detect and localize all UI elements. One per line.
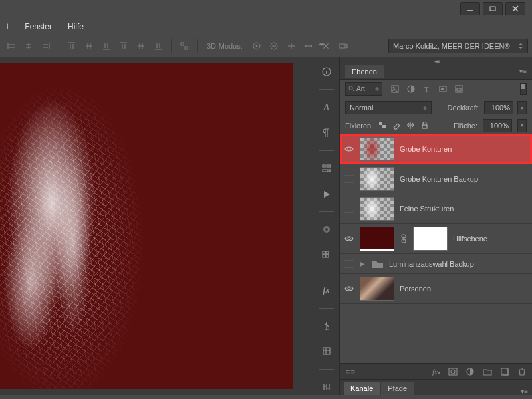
lock-all-icon[interactable] [420, 121, 429, 130]
svg-rect-28 [441, 88, 444, 90]
opacity-value[interactable]: 100% [484, 101, 513, 114]
lock-position-icon[interactable] [406, 121, 415, 130]
styles-panel-icon[interactable] [318, 343, 335, 359]
dock-collapse-handle[interactable] [307, 41, 334, 48]
panel-menu-icon[interactable]: ▾≡ [521, 388, 528, 395]
filter-pixel-icon[interactable] [390, 84, 400, 94]
layer-row-1[interactable]: Grobe Konturen [340, 134, 532, 164]
separator [319, 308, 334, 309]
sliders-panel-icon[interactable] [318, 160, 335, 176]
filter-smartobject-icon[interactable] [454, 84, 464, 94]
tab-kanaele[interactable]: Kanäle [344, 382, 380, 395]
layer-thumbnail[interactable] [360, 197, 394, 221]
distribute-right-icon[interactable] [151, 39, 166, 53]
layer-row-6[interactable]: Personen [340, 274, 532, 304]
adjustment-layer-icon[interactable] [466, 367, 475, 376]
link-icon[interactable] [400, 234, 408, 243]
visibility-icon[interactable] [344, 233, 354, 244]
visibility-off-box[interactable] [344, 175, 354, 183]
distribute-bottom-icon[interactable] [99, 39, 114, 53]
visibility-icon[interactable] [344, 144, 354, 154]
layer-name[interactable]: Hilfsebene [453, 235, 487, 243]
fill-slider-button[interactable]: ▾ [517, 119, 527, 132]
svg-rect-4 [181, 43, 184, 45]
orbit-icon[interactable] [249, 39, 264, 53]
info-panel-icon[interactable] [318, 64, 335, 80]
svg-text:T: T [424, 85, 429, 93]
layer-row-3[interactable]: Feine Strukturen [340, 194, 532, 224]
layer-thumbnail[interactable] [360, 277, 394, 301]
layer-row-4[interactable]: Hilfsebene [340, 224, 532, 254]
pan-icon[interactable] [284, 39, 299, 53]
minimize-button[interactable] [460, 2, 480, 15]
filter-toggle[interactable] [520, 83, 527, 95]
svg-point-24 [393, 87, 394, 88]
filter-type-dropdown[interactable]: Art ◆ [345, 82, 382, 96]
distribute-h-icon[interactable] [134, 39, 148, 53]
maximize-button[interactable] [483, 2, 503, 15]
distribute-v-icon[interactable] [82, 39, 96, 53]
svg-point-41 [451, 370, 455, 374]
disclosure-triangle-icon[interactable]: ▶ [360, 260, 365, 267]
svg-rect-19 [323, 255, 325, 257]
filter-type-icon[interactable]: T [422, 84, 432, 94]
adjustments-panel-icon[interactable] [318, 379, 335, 395]
color-panel-icon[interactable] [318, 221, 335, 237]
auto-align-icon[interactable] [177, 39, 192, 53]
layer-row-2[interactable]: Grobe Konturen Backup [340, 164, 532, 194]
group-icon[interactable] [483, 367, 492, 376]
visibility-icon[interactable] [344, 283, 354, 294]
layer-mask-icon[interactable] [448, 367, 458, 376]
align-right-icon[interactable] [39, 39, 53, 53]
filter-adjustment-icon[interactable] [406, 84, 416, 94]
delete-icon[interactable] [517, 367, 527, 376]
link-layers-icon[interactable]: ⊂⊃ [345, 368, 356, 375]
menu-fenster[interactable]: Fenster [25, 22, 52, 31]
align-center-h-icon[interactable] [21, 39, 36, 53]
lock-transparency-icon[interactable] [378, 121, 387, 130]
close-button[interactable] [505, 2, 525, 15]
svg-point-34 [348, 148, 350, 150]
camera-icon[interactable] [336, 39, 350, 53]
roll-icon[interactable] [267, 39, 281, 53]
filter-shape-icon[interactable] [438, 84, 448, 94]
layer-name[interactable]: Grobe Konturen Backup [400, 175, 478, 183]
distribute-left-icon[interactable] [116, 39, 131, 53]
lock-pixels-icon[interactable] [392, 121, 401, 130]
svg-point-7 [256, 45, 257, 47]
panel-collapse-handle[interactable] [340, 57, 532, 64]
align-left-icon[interactable] [4, 39, 19, 53]
layer-thumbnail[interactable] [360, 227, 394, 251]
new-layer-icon[interactable] [500, 367, 509, 376]
fx-icon[interactable]: fx▾ [432, 368, 440, 376]
layer-thumbnail[interactable] [360, 167, 394, 191]
character-panel-icon[interactable]: A [318, 99, 335, 115]
menu-item-prev[interactable]: t [7, 22, 9, 31]
blend-mode-dropdown[interactable]: Normal ◆ [345, 101, 432, 114]
fill-value[interactable]: 100% [483, 119, 512, 132]
menu-hilfe[interactable]: Hilfe [68, 22, 84, 31]
layer-thumbnail[interactable] [360, 137, 394, 161]
usb-panel-icon[interactable] [318, 318, 335, 334]
layer-name[interactable]: Grobe Konturen [400, 145, 452, 153]
workspace-dropdown[interactable]: Marco Kolditz, MEER DER IDEEN® [388, 39, 528, 53]
layer-name[interactable]: Luminanzauswahl Backup [389, 260, 474, 268]
swatches-panel-icon[interactable] [318, 247, 335, 263]
distribute-top-icon[interactable] [65, 39, 79, 53]
svg-rect-21 [323, 348, 330, 354]
visibility-off-box[interactable] [344, 205, 354, 213]
play-panel-icon[interactable] [318, 186, 335, 201]
layer-actions-bar: ⊂⊃ fx▾ [340, 363, 532, 379]
layer-name[interactable]: Personen [400, 285, 431, 293]
document-canvas[interactable] [0, 63, 293, 389]
tab-ebenen[interactable]: Ebenen [345, 65, 384, 78]
layer-name[interactable]: Feine Strukturen [400, 205, 454, 213]
history-panel-icon[interactable]: fx [318, 282, 335, 298]
layer-mask-thumbnail[interactable] [413, 227, 448, 251]
panel-menu-icon[interactable]: ▾≡ [519, 68, 527, 75]
visibility-off-box[interactable] [344, 260, 354, 268]
tab-pfade[interactable]: Pfade [381, 382, 414, 395]
paragraph-panel-icon[interactable] [318, 125, 335, 141]
layer-group-row[interactable]: ▶ Luminanzauswahl Backup [340, 254, 532, 274]
opacity-slider-button[interactable]: ▾ [517, 101, 527, 114]
